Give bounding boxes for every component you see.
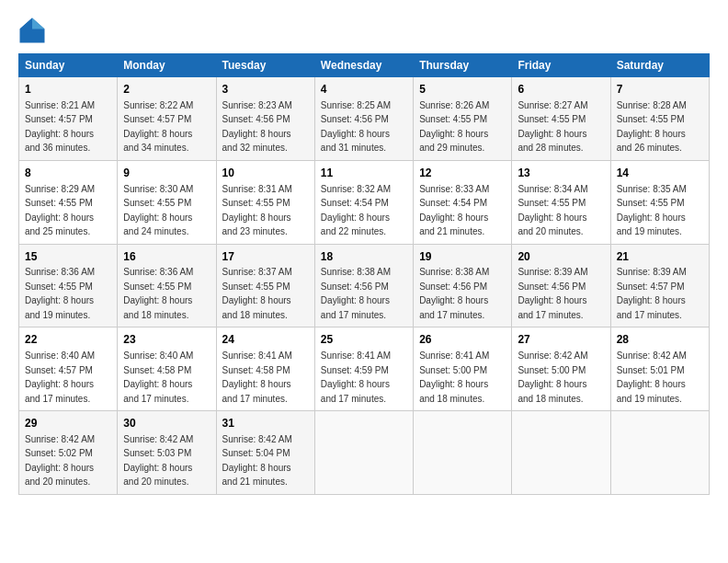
day-number: 19 (419, 249, 506, 265)
day-cell: 12 Sunrise: 8:33 AMSunset: 4:54 PMDaylig… (414, 160, 512, 244)
day-number: 23 (123, 332, 210, 348)
col-header-wednesday: Wednesday (314, 54, 413, 77)
day-number: 4 (321, 82, 407, 98)
day-cell: 7 Sunrise: 8:28 AMSunset: 4:55 PMDayligh… (610, 77, 709, 161)
col-header-saturday: Saturday (610, 54, 709, 77)
col-header-thursday: Thursday (414, 54, 512, 77)
logo-icon (18, 17, 46, 44)
day-cell: 2 Sunrise: 8:22 AMSunset: 4:57 PMDayligh… (118, 77, 216, 161)
day-info: Sunrise: 8:26 AMSunset: 4:55 PMDaylight:… (419, 100, 489, 154)
day-info: Sunrise: 8:37 AMSunset: 4:55 PMDaylight:… (222, 267, 292, 320)
day-number: 7 (617, 82, 703, 98)
day-info: Sunrise: 8:42 AMSunset: 5:01 PMDaylight:… (617, 350, 687, 404)
day-cell: 31 Sunrise: 8:42 AMSunset: 5:04 PMDaylig… (216, 411, 314, 495)
day-number: 8 (25, 166, 111, 181)
day-number: 21 (617, 249, 703, 265)
day-info: Sunrise: 8:39 AMSunset: 4:56 PMDaylight:… (518, 267, 587, 320)
header-row: SundayMondayTuesdayWednesdayThursdayFrid… (19, 54, 710, 77)
header (18, 17, 710, 44)
day-info: Sunrise: 8:22 AMSunset: 4:57 PMDaylight:… (123, 100, 193, 154)
day-info: Sunrise: 8:36 AMSunset: 4:55 PMDaylight:… (25, 267, 95, 320)
day-cell: 20 Sunrise: 8:39 AMSunset: 4:56 PMDaylig… (512, 244, 610, 327)
day-info: Sunrise: 8:41 AMSunset: 5:00 PMDaylight:… (419, 350, 489, 404)
day-number: 13 (518, 166, 604, 181)
day-cell: 15 Sunrise: 8:36 AMSunset: 4:55 PMDaylig… (19, 244, 118, 327)
day-number: 22 (25, 332, 111, 348)
day-cell: 24 Sunrise: 8:41 AMSunset: 4:58 PMDaylig… (216, 327, 314, 411)
day-cell: 9 Sunrise: 8:30 AMSunset: 4:55 PMDayligh… (118, 160, 216, 244)
week-row-4: 22 Sunrise: 8:40 AMSunset: 4:57 PMDaylig… (19, 327, 710, 411)
week-row-1: 1 Sunrise: 8:21 AMSunset: 4:57 PMDayligh… (19, 77, 710, 161)
day-cell: 29 Sunrise: 8:42 AMSunset: 5:02 PMDaylig… (19, 411, 118, 495)
day-cell: 23 Sunrise: 8:40 AMSunset: 4:58 PMDaylig… (118, 327, 216, 411)
day-info: Sunrise: 8:39 AMSunset: 4:57 PMDaylight:… (617, 267, 687, 320)
day-info: Sunrise: 8:42 AMSunset: 5:00 PMDaylight:… (518, 350, 587, 404)
day-cell: 21 Sunrise: 8:39 AMSunset: 4:57 PMDaylig… (610, 244, 709, 327)
day-number: 18 (321, 249, 407, 265)
day-number: 15 (25, 249, 111, 265)
col-header-sunday: Sunday (19, 54, 118, 77)
day-number: 30 (123, 416, 210, 431)
day-cell: 25 Sunrise: 8:41 AMSunset: 4:59 PMDaylig… (314, 327, 413, 411)
day-info: Sunrise: 8:28 AMSunset: 4:55 PMDaylight:… (617, 100, 687, 154)
calendar-table: SundayMondayTuesdayWednesdayThursdayFrid… (18, 53, 710, 495)
day-cell: 14 Sunrise: 8:35 AMSunset: 4:55 PMDaylig… (610, 160, 709, 244)
day-cell: 28 Sunrise: 8:42 AMSunset: 5:01 PMDaylig… (610, 327, 709, 411)
logo (18, 17, 50, 44)
day-number: 17 (222, 249, 309, 265)
day-cell (314, 411, 413, 495)
day-cell (414, 411, 512, 495)
day-number: 1 (25, 82, 111, 98)
day-number: 11 (321, 166, 407, 181)
day-info: Sunrise: 8:40 AMSunset: 4:58 PMDaylight:… (123, 350, 193, 404)
day-number: 14 (617, 166, 703, 181)
day-info: Sunrise: 8:36 AMSunset: 4:55 PMDaylight:… (123, 267, 193, 320)
day-cell: 27 Sunrise: 8:42 AMSunset: 5:00 PMDaylig… (512, 327, 610, 411)
day-info: Sunrise: 8:21 AMSunset: 4:57 PMDaylight:… (25, 100, 95, 154)
svg-marker-1 (32, 18, 45, 29)
day-info: Sunrise: 8:29 AMSunset: 4:55 PMDaylight:… (25, 184, 95, 237)
day-info: Sunrise: 8:32 AMSunset: 4:54 PMDaylight:… (321, 184, 391, 237)
day-info: Sunrise: 8:23 AMSunset: 4:56 PMDaylight:… (222, 100, 292, 154)
day-number: 16 (123, 249, 210, 265)
day-number: 31 (222, 416, 309, 431)
col-header-tuesday: Tuesday (216, 54, 314, 77)
day-cell: 16 Sunrise: 8:36 AMSunset: 4:55 PMDaylig… (118, 244, 216, 327)
day-cell (512, 411, 610, 495)
day-info: Sunrise: 8:25 AMSunset: 4:56 PMDaylight:… (321, 100, 391, 154)
day-info: Sunrise: 8:42 AMSunset: 5:03 PMDaylight:… (123, 434, 193, 488)
day-cell: 22 Sunrise: 8:40 AMSunset: 4:57 PMDaylig… (19, 327, 118, 411)
day-number: 26 (419, 332, 506, 348)
day-info: Sunrise: 8:41 AMSunset: 4:58 PMDaylight:… (222, 350, 292, 404)
day-number: 25 (321, 332, 407, 348)
day-cell: 11 Sunrise: 8:32 AMSunset: 4:54 PMDaylig… (314, 160, 413, 244)
day-info: Sunrise: 8:33 AMSunset: 4:54 PMDaylight:… (419, 184, 489, 237)
day-number: 28 (617, 332, 703, 348)
day-info: Sunrise: 8:40 AMSunset: 4:57 PMDaylight:… (25, 350, 95, 404)
day-info: Sunrise: 8:31 AMSunset: 4:55 PMDaylight:… (222, 184, 292, 237)
day-cell: 18 Sunrise: 8:38 AMSunset: 4:56 PMDaylig… (314, 244, 413, 327)
page: SundayMondayTuesdayWednesdayThursdayFrid… (0, 0, 728, 504)
day-info: Sunrise: 8:30 AMSunset: 4:55 PMDaylight:… (123, 184, 193, 237)
day-cell: 10 Sunrise: 8:31 AMSunset: 4:55 PMDaylig… (216, 160, 314, 244)
day-info: Sunrise: 8:41 AMSunset: 4:59 PMDaylight:… (321, 350, 391, 404)
day-number: 2 (123, 82, 210, 98)
day-info: Sunrise: 8:42 AMSunset: 5:02 PMDaylight:… (25, 434, 95, 488)
day-number: 10 (222, 166, 309, 181)
day-cell: 30 Sunrise: 8:42 AMSunset: 5:03 PMDaylig… (118, 411, 216, 495)
day-number: 6 (518, 82, 604, 98)
day-number: 20 (518, 249, 604, 265)
day-cell: 1 Sunrise: 8:21 AMSunset: 4:57 PMDayligh… (19, 77, 118, 161)
day-cell: 5 Sunrise: 8:26 AMSunset: 4:55 PMDayligh… (414, 77, 512, 161)
day-number: 12 (419, 166, 506, 181)
day-cell: 6 Sunrise: 8:27 AMSunset: 4:55 PMDayligh… (512, 77, 610, 161)
day-cell: 13 Sunrise: 8:34 AMSunset: 4:55 PMDaylig… (512, 160, 610, 244)
week-row-2: 8 Sunrise: 8:29 AMSunset: 4:55 PMDayligh… (19, 160, 710, 244)
day-number: 27 (518, 332, 604, 348)
week-row-5: 29 Sunrise: 8:42 AMSunset: 5:02 PMDaylig… (19, 411, 710, 495)
col-header-friday: Friday (512, 54, 610, 77)
day-cell (610, 411, 709, 495)
day-info: Sunrise: 8:27 AMSunset: 4:55 PMDaylight:… (518, 100, 587, 154)
day-cell: 8 Sunrise: 8:29 AMSunset: 4:55 PMDayligh… (19, 160, 118, 244)
day-info: Sunrise: 8:38 AMSunset: 4:56 PMDaylight:… (321, 267, 391, 320)
